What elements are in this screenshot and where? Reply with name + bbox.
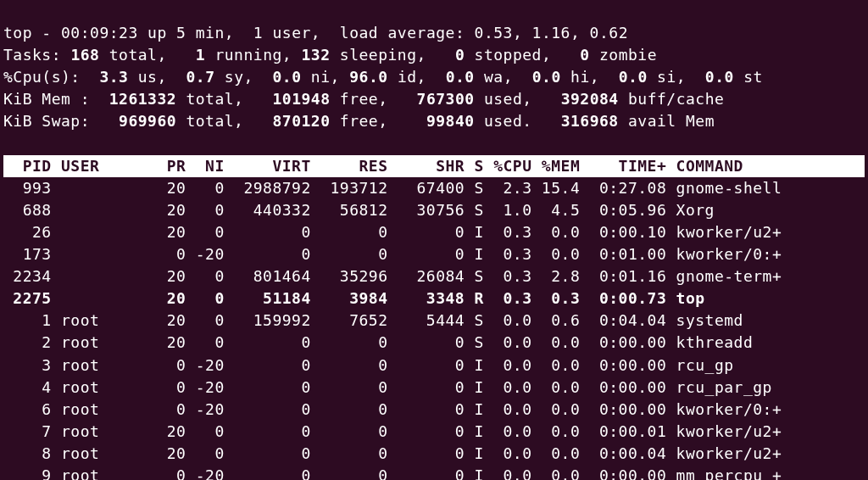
process-row[interactable]: 1 root 20 0 159992 7652 5444 S 0.0 0.6 0… bbox=[3, 310, 865, 332]
terminal[interactable]: top - 00:09:23 up 5 min, 1 user, load av… bbox=[0, 0, 868, 480]
process-row[interactable]: 6 root 0 -20 0 0 0 I 0.0 0.0 0:00.00 kwo… bbox=[3, 399, 865, 421]
process-row[interactable]: 4 root 0 -20 0 0 0 I 0.0 0.0 0:00.00 rcu… bbox=[3, 377, 865, 399]
summary-line-4: KiB Mem : 1261332 total, 101948 free, 76… bbox=[3, 90, 724, 108]
summary-line-3: %Cpu(s): 3.3 us, 0.7 sy, 0.0 ni, 96.0 id… bbox=[3, 68, 763, 86]
process-list: 993 20 0 2988792 193712 67400 S 2.3 15.4… bbox=[3, 177, 865, 480]
process-row[interactable]: 8 root 20 0 0 0 0 I 0.0 0.0 0:00.04 kwor… bbox=[3, 443, 865, 465]
process-row[interactable]: 9 root 0 -20 0 0 0 I 0.0 0.0 0:00.00 mm_… bbox=[3, 465, 865, 480]
summary-line-1: top - 00:09:23 up 5 min, 1 user, load av… bbox=[3, 24, 628, 42]
process-row[interactable]: 3 root 0 -20 0 0 0 I 0.0 0.0 0:00.00 rcu… bbox=[3, 354, 865, 377]
process-row[interactable]: 2 root 20 0 0 0 0 S 0.0 0.0 0:00.00 kthr… bbox=[3, 332, 865, 354]
process-row[interactable]: 7 root 20 0 0 0 0 I 0.0 0.0 0:00.01 kwor… bbox=[3, 421, 865, 443]
process-row[interactable]: 173 0 -20 0 0 0 I 0.3 0.0 0:01.00 kworke… bbox=[3, 243, 865, 265]
process-row[interactable]: 26 20 0 0 0 0 I 0.3 0.0 0:00.10 kworker/… bbox=[3, 221, 865, 243]
process-row[interactable]: 993 20 0 2988792 193712 67400 S 2.3 15.4… bbox=[3, 177, 865, 199]
column-header-row[interactable]: PID USER PR NI VIRT RES SHR S %CPU %MEM … bbox=[3, 155, 865, 177]
process-row[interactable]: 688 20 0 440332 56812 30756 S 1.0 4.5 0:… bbox=[3, 199, 865, 221]
process-row[interactable]: 2275 20 0 51184 3984 3348 R 0.3 0.3 0:00… bbox=[3, 287, 865, 310]
process-row[interactable]: 2234 20 0 801464 35296 26084 S 0.3 2.8 0… bbox=[3, 265, 865, 287]
summary-line-2: Tasks: 168 total, 1 running, 132 sleepin… bbox=[3, 46, 657, 64]
summary-line-5: KiB Swap: 969960 total, 870120 free, 998… bbox=[3, 112, 715, 130]
